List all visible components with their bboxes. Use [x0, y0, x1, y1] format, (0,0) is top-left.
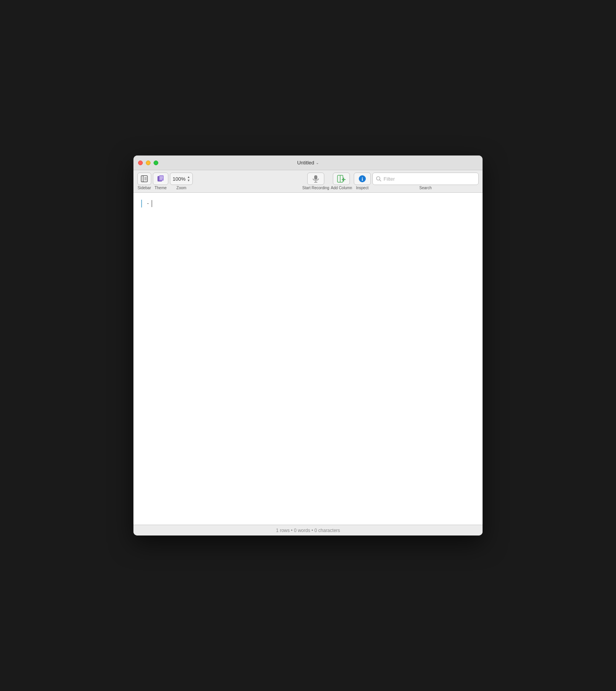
- sidebar-group: Sidebar: [137, 173, 151, 190]
- inspect-label: Inspect: [356, 186, 369, 190]
- theme-label: Theme: [154, 186, 166, 190]
- status-text: 1 rows • 0 words • 0 characters: [276, 528, 340, 533]
- search-group: Search: [372, 173, 479, 190]
- zoom-control[interactable]: 100% ▲ ▼: [170, 173, 193, 185]
- minimize-button[interactable]: [146, 161, 151, 165]
- svg-line-20: [379, 180, 381, 181]
- svg-rect-10: [314, 175, 317, 180]
- add-column-label: Add Column: [331, 186, 352, 190]
- zoom-label: Zoom: [176, 186, 187, 190]
- traffic-lights: [138, 161, 158, 165]
- theme-button[interactable]: [153, 173, 168, 185]
- add-column-button[interactable]: [333, 173, 350, 185]
- start-recording-label: Start Recording: [302, 186, 329, 190]
- inspect-group: i Inspect: [354, 173, 371, 190]
- inspect-button[interactable]: i: [354, 173, 371, 185]
- zoom-down-arrow: ▼: [187, 179, 190, 182]
- close-button[interactable]: [138, 161, 143, 165]
- add-column-icon: [337, 174, 346, 183]
- bullet-point: •: [147, 202, 149, 205]
- microphone-icon: [312, 175, 319, 183]
- sidebar-icon: [141, 175, 148, 182]
- add-column-group: Add Column: [331, 173, 352, 190]
- sidebar-button[interactable]: [137, 173, 151, 185]
- cursor-line: [152, 200, 475, 207]
- zoom-stepper: ▲ ▼: [187, 176, 190, 182]
- search-icon: [376, 176, 381, 181]
- main-content: •: [133, 193, 483, 525]
- search-input-wrapper: [372, 173, 479, 185]
- title-bar: Untitled ⌄: [133, 155, 483, 170]
- sidebar-label: Sidebar: [138, 186, 151, 190]
- svg-text:i: i: [362, 176, 363, 182]
- start-recording-group: Start Recording: [302, 173, 329, 190]
- search-label: Search: [372, 186, 479, 190]
- window-title-group[interactable]: Untitled ⌄: [297, 160, 319, 166]
- theme-group: Theme: [153, 173, 168, 190]
- toolbar: Sidebar Theme 100% ▲: [133, 170, 483, 193]
- zoom-group: 100% ▲ ▼ Zoom: [170, 173, 193, 190]
- maximize-button[interactable]: [154, 161, 158, 165]
- inspect-icon: i: [358, 174, 367, 183]
- window-title: Untitled: [297, 160, 314, 166]
- app-window: Untitled ⌄ Sidebar: [133, 155, 483, 536]
- editor-area[interactable]: •: [133, 193, 483, 525]
- zoom-up-arrow: ▲: [187, 176, 190, 179]
- search-input[interactable]: [384, 176, 475, 182]
- title-dropdown-arrow: ⌄: [316, 161, 319, 165]
- status-bar: 1 rows • 0 words • 0 characters: [133, 525, 483, 536]
- theme-icon: [156, 174, 165, 183]
- text-cursor: [152, 200, 152, 207]
- editor-first-line: •: [141, 199, 475, 208]
- line-border: [141, 200, 142, 207]
- start-recording-button[interactable]: [307, 173, 324, 185]
- zoom-value: 100%: [173, 176, 185, 182]
